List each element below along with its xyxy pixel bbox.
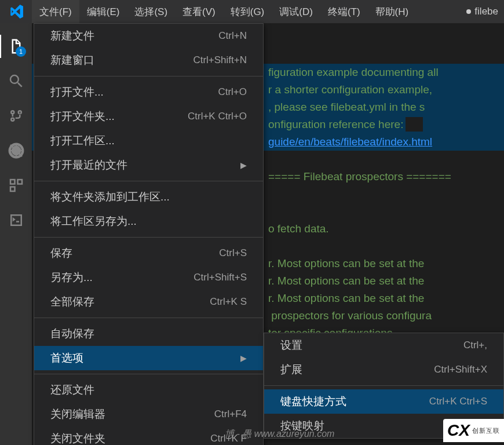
menu-item-shortcut: Ctrl+K Ctrl+S: [429, 396, 487, 407]
search-icon[interactable]: [0, 64, 32, 99]
menu-item-shortcut: Ctrl+Shift+S: [193, 272, 247, 283]
scm-icon[interactable]: [0, 99, 32, 133]
title-text: filebe: [474, 6, 498, 17]
menu-item-shortcut: Ctrl+Shift+N: [193, 54, 247, 66]
prefs-menu-item[interactable]: 设置Ctrl+,: [264, 333, 503, 358]
explorer-icon[interactable]: 1: [0, 29, 32, 64]
menu-item-label: 全部保存: [50, 294, 210, 309]
menu-item-shortcut: Ctrl+K F: [210, 433, 247, 444]
menu-select[interactable]: 选择(S): [127, 0, 175, 23]
menu-terminal[interactable]: 终端(T): [320, 0, 368, 23]
menu-item-label: 打开文件夹...: [50, 109, 188, 124]
prefs-menu-item[interactable]: 扩展Ctrl+Shift+X: [264, 358, 503, 382]
menu-item-shortcut: Ctrl+F4: [214, 408, 247, 420]
title-bar: 文件(F) 编辑(E) 选择(S) 查看(V) 转到(G) 调试(D) 终端(T…: [0, 0, 504, 23]
file-menu-dropdown: 新建文件Ctrl+N新建窗口Ctrl+Shift+N打开文件...Ctrl+O打…: [34, 23, 264, 445]
file-menu-item[interactable]: 新建窗口Ctrl+Shift+N: [34, 48, 263, 72]
menu-item-label: 将工作区另存为...: [50, 214, 247, 229]
file-menu-item[interactable]: 关闭编辑器Ctrl+F4: [34, 402, 263, 426]
file-menu-item[interactable]: 将文件夹添加到工作区...: [34, 185, 263, 209]
file-menu-item[interactable]: 打开文件夹...Ctrl+K Ctrl+O: [34, 104, 263, 129]
menu-item-label: 打开工作区...: [50, 133, 247, 148]
menu-item-label: 新建文件: [50, 28, 218, 43]
menu-edit[interactable]: 编辑(E): [79, 0, 127, 23]
menu-item-label: 关闭文件夹: [50, 431, 210, 445]
menu-goto[interactable]: 转到(G): [223, 0, 272, 23]
menu-separator: [34, 181, 263, 181]
menu-separator: [34, 318, 263, 318]
vscode-logo-icon: [0, 4, 32, 19]
terminal-panel-icon[interactable]: [0, 203, 32, 238]
file-menu-item[interactable]: 将工作区另存为...: [34, 209, 263, 234]
menu-debug[interactable]: 调试(D): [272, 0, 320, 23]
file-menu-item[interactable]: 关闭文件夹Ctrl+K F: [34, 426, 263, 445]
menu-item-label: 首选项: [50, 351, 240, 366]
menu-item-label: 打开文件...: [50, 85, 218, 100]
prefs-menu-item[interactable]: 键盘快捷方式Ctrl+K Ctrl+S: [264, 389, 503, 414]
file-menu-item[interactable]: 全部保存Ctrl+K S: [34, 290, 263, 314]
modified-dot-icon: [466, 9, 471, 14]
menu-item-label: 扩展: [280, 362, 434, 377]
menu-item-label: 另存为...: [50, 270, 193, 285]
menu-item-label: 关闭编辑器: [50, 407, 214, 422]
menu-item-label: 还原文件: [50, 382, 247, 397]
menu-separator: [264, 385, 503, 386]
file-menu-item[interactable]: 保存Ctrl+S: [34, 241, 263, 265]
menu-view[interactable]: 查看(V): [175, 0, 223, 23]
file-menu-item[interactable]: 另存为...Ctrl+Shift+S: [34, 265, 263, 290]
submenu-arrow-icon: ▶: [240, 353, 247, 363]
menu-separator: [34, 374, 263, 374]
file-menu-item[interactable]: 还原文件: [34, 378, 263, 402]
menu-item-shortcut: Ctrl+,: [463, 340, 487, 351]
file-menu-item[interactable]: 打开最近的文件▶: [34, 153, 263, 177]
activity-bar: 1: [0, 23, 32, 445]
menu-item-label: 将文件夹添加到工作区...: [50, 189, 247, 205]
menu-item-label: 按键映射: [280, 418, 450, 433]
explorer-badge: 1: [16, 46, 26, 57]
menu-item-label: 键盘快捷方式: [280, 394, 429, 409]
debug-icon[interactable]: [0, 133, 32, 168]
menu-item-label: 设置: [280, 338, 463, 353]
corner-logo-sub: 创新互联: [472, 426, 500, 435]
menu-item-shortcut: Ctrl+K S: [210, 296, 247, 308]
menu-item-shortcut: Ctrl+O: [218, 86, 247, 98]
extensions-icon[interactable]: [0, 168, 32, 203]
menu-item-shortcut: Ctrl+S: [219, 247, 247, 259]
corner-logo: CX 创新互联: [443, 419, 504, 442]
file-menu-item[interactable]: 首选项▶: [34, 346, 263, 370]
file-menu-item[interactable]: 打开工作区...: [34, 129, 263, 153]
menu-separator: [34, 76, 263, 76]
menu-separator: [34, 237, 263, 238]
menu-item-label: 保存: [50, 246, 219, 261]
menu-item-label: 新建窗口: [50, 53, 193, 68]
menu-file[interactable]: 文件(F): [32, 0, 79, 23]
menu-item-label: 自动保存: [50, 326, 247, 341]
file-menu-item[interactable]: 新建文件Ctrl+N: [34, 24, 263, 48]
file-menu-item[interactable]: 打开文件...Ctrl+O: [34, 80, 263, 104]
menu-item-shortcut: Ctrl+K Ctrl+O: [188, 111, 247, 122]
menu-item-shortcut: Ctrl+N: [218, 30, 247, 42]
submenu-arrow-icon: ▶: [240, 161, 247, 170]
menu-item-label: 打开最近的文件: [50, 158, 240, 173]
file-menu-item[interactable]: 自动保存: [34, 322, 263, 346]
window-title: filebe: [466, 6, 504, 17]
corner-logo-main: CX: [447, 421, 470, 440]
menu-item-shortcut: Ctrl+Shift+X: [434, 364, 487, 375]
menu-help[interactable]: 帮助(H): [368, 0, 417, 23]
